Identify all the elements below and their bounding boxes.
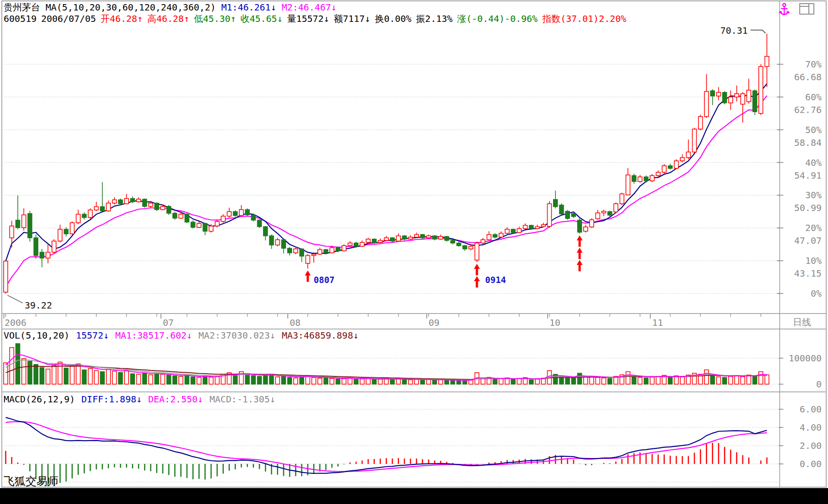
y-axis-pct-label: 70% [805,59,822,70]
volume-axis-label: 0 [816,379,822,390]
macd-value: MACD:-1.305↓ [209,394,275,405]
x-axis-month-label: 09 [429,317,440,328]
ma-settings: MA(5,10,20,30,60,120,240,360,2) [46,2,216,13]
x-axis-month-label: 11 [652,317,663,328]
y-axis-pct-label: 60% [805,92,822,103]
y-axis-price-label: 66.68 [794,72,822,82]
macd-axis-label: 2.00 [800,440,822,451]
macd-axis-label: 6.00 [800,404,822,415]
y-axis-pct-label: 30% [805,190,822,201]
header-line-1: 贵州茅台 MA(5,10,20,30,60,120,240,360,2) M1:… [4,2,336,13]
y-axis-price-label: 50.99 [794,202,822,213]
high-price-annotation: 70.31 [717,25,748,36]
y-axis-pct-label: 10% [805,255,822,266]
fox-trader-window: 贵州茅台 MA(5,10,20,30,60,120,240,360,2) M1:… [0,0,828,504]
y-axis-pct-label: 50% [805,124,822,135]
split-window-icon[interactable] [799,2,816,16]
index-value: 指数(37.01)2.20% [542,13,626,24]
y-axis-price-label: 54.91 [794,170,822,181]
volume-axis-label: 100000 [789,353,822,364]
vol-ma1: MA1:38517.602↓ [115,330,192,341]
low-value: 低45.30↑ [194,13,236,24]
amplitude-value: 振2.13% [416,13,452,24]
m1-value: M1:46.261↓ [221,2,276,13]
x-axis-month-label: 08 [290,317,300,328]
stock-title: 贵州茅台 [4,2,40,13]
anchor-icon[interactable] [778,2,790,16]
y-axis-price-label: 58.84 [794,137,822,148]
x-axis-month-label: 10 [549,317,560,328]
macd-dea: DEA:2.550↓ [148,394,203,405]
m2-value: M2:46.467↓ [282,2,336,13]
vol-value: 15572↓ [76,330,109,341]
turnover-value: 换0.00% [375,13,411,24]
vol-ma3: MA3:46859.898↓ [282,330,359,341]
event-annotation-0914: 0914 [485,275,506,285]
macd-label: MACD(26,12,9) [4,394,75,405]
chart-canvas[interactable] [0,0,828,504]
y-axis-price-label: 43.15 [794,268,822,279]
amount-value: 额7117↓ [334,13,370,24]
high-value: 高46.28↑ [147,13,189,24]
vol-label: VOL(5,10,20) [4,330,70,341]
volume-value: 量15572↓ [287,13,329,24]
macd-axis-label: 4.00 [800,422,822,433]
x-axis-month-label: 2006 [5,317,26,328]
close-value: 收45.65↓ [240,13,282,24]
volume-header: VOL(5,10,20) 15572↓ MA1:38517.602↓ MA2:3… [4,330,358,341]
x-axis-month-label: 07 [163,317,174,328]
header-line-2: 600519 2006/07/05 开46.28↑ 高46.28↑ 低45.30… [4,13,626,24]
stock-code: 600519 [4,13,36,24]
app-brand: 飞狐交易师 [4,474,58,489]
y-axis-price-label: 62.76 [794,104,822,115]
macd-header: MACD(26,12,9) DIFF:1.898↓ DEA:2.550↓ MAC… [4,394,275,405]
open-value: 开46.28↑ [101,13,143,24]
macd-axis-label: 0.00 [800,458,822,469]
vol-ma2: MA2:37030.023↓ [198,330,275,341]
low-price-annotation: 39.22 [25,300,52,311]
y-axis-pct-label: 20% [805,222,822,233]
y-axis-pct-label: 0% [811,288,822,299]
period-label[interactable]: 日线 [781,316,823,329]
y-axis-price-label: 47.07 [794,235,822,246]
quote-date: 2006/07/05 [41,13,96,24]
macd-diff: DIFF:1.898↓ [82,394,142,405]
change-value: 涨(-0.44)-0.96% [457,13,538,24]
bottom-black-bar [0,488,828,504]
y-axis-pct-label: 40% [805,157,822,168]
event-annotation-0807: 0807 [314,275,335,285]
